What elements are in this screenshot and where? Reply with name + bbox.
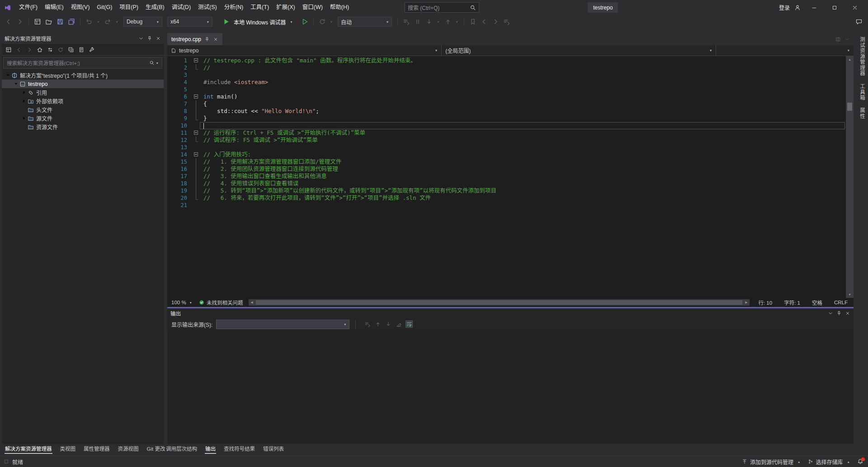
tree-item[interactable]: 资源文件 <box>2 123 164 131</box>
output-header[interactable]: 输出 <box>167 308 854 318</box>
break-all-icon[interactable] <box>414 18 421 25</box>
zoom-select[interactable]: 100 %▼ <box>167 300 196 305</box>
step-out-icon[interactable] <box>444 18 452 25</box>
solution-name-chip[interactable]: testrepo <box>588 2 618 13</box>
navigate-forward-icon[interactable] <box>16 18 24 25</box>
tool-tab[interactable]: 查找符号结果 <box>223 444 255 454</box>
fold-toggle-icon[interactable] <box>192 57 200 64</box>
maximize-button[interactable] <box>827 0 848 15</box>
solution-configurations-select[interactable]: Debug▼ <box>123 17 162 27</box>
code-line[interactable]: 14// 入门使用技巧: <box>167 151 846 158</box>
tool-tab[interactable]: 错误列表 <box>263 444 284 454</box>
expander-icon[interactable] <box>13 80 19 87</box>
hot-reload-icon[interactable] <box>319 18 326 25</box>
pin-icon[interactable] <box>836 311 842 316</box>
fold-toggle-icon[interactable] <box>192 151 200 158</box>
code-line[interactable]: 18// 4. 使用错误列表窗口查看错误 <box>167 180 846 187</box>
close-panel-icon[interactable] <box>156 36 161 41</box>
code-line[interactable]: 15// 1. 使用解决方案资源管理器窗口添加/管理文件 <box>167 158 846 165</box>
minimize-button[interactable] <box>807 0 827 15</box>
code-line[interactable]: 4#include <iostream> <box>167 79 846 86</box>
previous-message-icon[interactable] <box>375 321 381 327</box>
scroll-left-icon[interactable]: ◀ <box>249 301 255 304</box>
solution-explorer-header[interactable]: 解决方案资源管理器 <box>2 33 164 44</box>
scroll-down-icon[interactable]: ▼ <box>848 291 851 298</box>
window-position-icon[interactable] <box>828 311 833 316</box>
code-line[interactable]: 21 <box>167 202 846 209</box>
code-line[interactable]: 7{ <box>167 100 846 108</box>
code-line[interactable]: 6int main() <box>167 93 846 100</box>
window-position-icon[interactable] <box>138 36 144 41</box>
float-tab-icon[interactable] <box>835 37 841 42</box>
fold-toggle-icon[interactable] <box>192 93 200 100</box>
fold-toggle-icon[interactable] <box>192 129 200 137</box>
refresh-icon[interactable] <box>57 47 64 53</box>
start-debugging-button[interactable]: 本地 Windows 调试器 ▼ <box>217 16 297 27</box>
vertical-scrollbar[interactable]: ▲ ▼ <box>846 56 854 298</box>
navigate-back-icon[interactable] <box>5 18 12 25</box>
menu-item[interactable]: 帮助(H) <box>326 0 353 15</box>
expander-icon[interactable] <box>21 98 28 104</box>
autohide-tab[interactable]: 测试资源管理器 <box>859 37 866 76</box>
close-tab-icon[interactable] <box>213 37 218 42</box>
new-project-icon[interactable] <box>34 18 41 25</box>
menu-item[interactable]: 视图(V) <box>67 0 94 15</box>
sign-in-button[interactable]: 登录 <box>779 4 790 11</box>
code-line[interactable]: 10 <box>167 122 846 129</box>
navigate-forward-icon[interactable] <box>26 47 33 53</box>
autohide-tab[interactable]: 属性 <box>859 108 866 119</box>
add-to-source-control-button[interactable]: 添加到源代码管理 ▲ <box>742 458 800 466</box>
feedback-icon[interactable] <box>855 18 863 25</box>
watch-mode-select[interactable]: 自动▼ <box>338 17 392 27</box>
expander-icon[interactable] <box>21 89 28 96</box>
show-all-files-icon[interactable] <box>78 47 85 53</box>
tab-list-icon[interactable] <box>844 37 850 42</box>
properties-icon[interactable] <box>89 47 95 53</box>
code-line[interactable]: 20// 6. 将来，若要再次打开此项目，请转到“文件”>“打开”>“项目”并选… <box>167 194 846 202</box>
tree-item[interactable]: 引用 <box>2 88 164 97</box>
menu-item[interactable]: 调试(D) <box>168 0 194 15</box>
user-profile-icon[interactable] <box>794 5 801 11</box>
nav-member-select[interactable]: ▼ <box>716 45 854 56</box>
output-source-select[interactable]: ▼ <box>216 320 349 329</box>
search-icon[interactable] <box>470 5 476 11</box>
bookmark-window-icon[interactable] <box>503 18 510 25</box>
tree-item[interactable]: 解决方案“testrepo”(1 个项目/共 1 个) <box>2 71 164 80</box>
tree-item[interactable]: 外部依赖项 <box>2 97 164 105</box>
navigate-back-icon[interactable] <box>16 47 22 53</box>
code-line[interactable]: 2// <box>167 64 846 71</box>
tool-tab[interactable]: 资源视图 <box>118 444 139 454</box>
next-bookmark-icon[interactable] <box>492 18 499 25</box>
line-indicator[interactable]: 行: 10 <box>752 299 778 306</box>
close-panel-icon[interactable] <box>845 311 850 316</box>
eol-indicator[interactable]: CRLF <box>828 300 854 305</box>
collapse-all-icon[interactable] <box>68 47 74 53</box>
clear-all-icon[interactable] <box>396 321 402 327</box>
home-icon[interactable] <box>37 47 43 53</box>
tool-tab[interactable]: 调用层次结构 <box>165 444 198 454</box>
document-health-indicator[interactable]: 未找到相关问题 <box>196 299 246 306</box>
code-line[interactable]: 3 <box>167 71 846 79</box>
find-in-files-icon[interactable] <box>403 18 410 25</box>
menu-item[interactable]: Git(G) <box>93 0 116 15</box>
code-editor[interactable]: 1// testrepo.cpp : 此文件包含 "main" 函数。程序执行将… <box>167 56 854 298</box>
scroll-right-icon[interactable]: ▶ <box>743 301 750 304</box>
code-line[interactable]: 1// testrepo.cpp : 此文件包含 "main" 函数。程序执行将… <box>167 57 846 64</box>
menu-item[interactable]: 分析(N) <box>221 0 247 15</box>
menu-item[interactable]: 工具(T) <box>247 0 273 15</box>
tool-tab[interactable]: 属性管理器 <box>83 444 110 454</box>
tree-item[interactable]: ++testrepo <box>2 80 164 88</box>
pin-tab-icon[interactable] <box>204 37 210 42</box>
tool-tab[interactable]: 类视图 <box>60 444 76 454</box>
code-line[interactable]: 17// 3. 使用输出窗口查看生成输出和其他消息 <box>167 173 846 180</box>
previous-bookmark-icon[interactable] <box>481 18 488 25</box>
spaces-indicator[interactable]: 空格 <box>806 299 828 306</box>
background-tasks-icon[interactable] <box>4 459 9 464</box>
scrollbar-thumb[interactable] <box>847 103 852 111</box>
solution-platforms-select[interactable]: x64▼ <box>167 17 212 27</box>
redo-icon[interactable] <box>104 18 111 25</box>
vs-logo-icon[interactable] <box>0 4 15 11</box>
tree-item[interactable]: 头文件 <box>2 105 164 114</box>
code-line[interactable]: 16// 2. 使用团队资源管理器窗口连接到源代码管理 <box>167 165 846 173</box>
tool-tab[interactable]: 输出 <box>205 444 216 454</box>
